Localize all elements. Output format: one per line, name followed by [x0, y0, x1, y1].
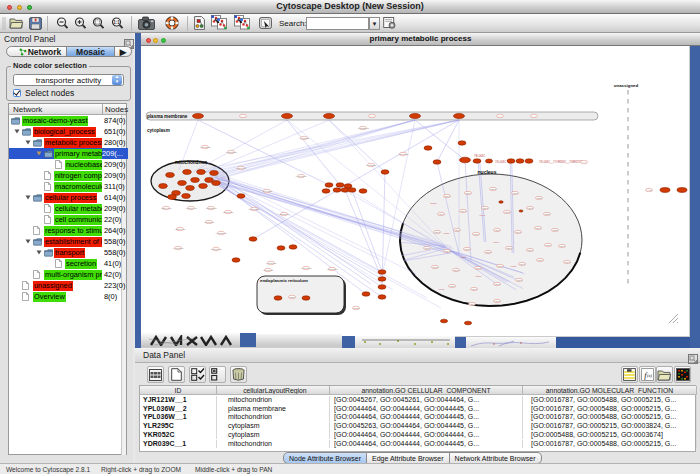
- svg-text:cytoplasm: cytoplasm: [147, 128, 170, 133]
- svg-text:YBL099W: YBL099W: [174, 228, 186, 231]
- svg-text:YJL166W: YJL166W: [204, 221, 215, 224]
- svg-text:YDL1: YDL1: [494, 300, 501, 303]
- svg-text:[...]: [...]: [370, 115, 374, 118]
- svg-text:YDL1: YDL1: [544, 213, 551, 216]
- svg-text:YDL1: YDL1: [444, 195, 451, 198]
- svg-text:YDL1: YDL1: [512, 192, 519, 195]
- svg-text:YDL1: YDL1: [536, 197, 543, 200]
- svg-text:YDL067C: YDL067C: [263, 269, 274, 272]
- svg-text:YLR038C: YLR038C: [173, 247, 184, 250]
- svg-text:(x): (x): [647, 373, 652, 378]
- svg-text:YDL1: YDL1: [515, 231, 522, 234]
- svg-text:YKL141W: YKL141W: [300, 267, 312, 270]
- svg-text:YDL1: YDL1: [506, 247, 513, 250]
- svg-text:YBL045C: YBL045C: [161, 207, 172, 210]
- svg-text:[...]: [...]: [498, 115, 502, 118]
- svg-text:YGR174C: YGR174C: [185, 207, 197, 210]
- svg-text:YDR5: YDR5: [353, 307, 360, 310]
- svg-text:YGR008C: YGR008C: [225, 151, 237, 154]
- svg-text:YGR183C: YGR183C: [215, 232, 227, 235]
- svg-text:YGR0: YGR0: [443, 232, 450, 235]
- svg-text:YDL1: YDL1: [471, 288, 478, 291]
- svg-text:YDL1: YDL1: [434, 231, 441, 234]
- svg-text:YDL1: YDL1: [504, 211, 511, 214]
- svg-text:YBR0: YBR0: [289, 296, 296, 299]
- svg-text:YBR1: YBR1: [460, 256, 467, 259]
- svg-text:YDL1: YDL1: [460, 210, 467, 213]
- svg-text:YDL1: YDL1: [469, 303, 476, 306]
- svg-text:YDL1: YDL1: [424, 247, 431, 250]
- svg-text:[...]: [...]: [532, 115, 536, 118]
- svg-text:YDL1: YDL1: [453, 269, 460, 272]
- svg-text:YML030W: YML030W: [295, 175, 307, 178]
- svg-text:YDL1: YDL1: [438, 213, 445, 216]
- svg-text:YDL1: YDL1: [552, 229, 559, 232]
- svg-text:YDL1: YDL1: [527, 249, 534, 252]
- svg-text:YDL1: YDL1: [465, 192, 472, 195]
- svg-text:endoplasmic reticulum: endoplasmic reticulum: [260, 278, 308, 283]
- svg-text:YHL038C: YHL038C: [299, 137, 310, 140]
- svg-text:YML081C: YML081C: [199, 146, 210, 149]
- svg-text:YDL1: YDL1: [490, 188, 497, 191]
- svg-text:YDR2: YDR2: [430, 202, 437, 205]
- svg-text:YDL1: YDL1: [454, 229, 461, 232]
- svg-text:YPR191W: YPR191W: [222, 211, 234, 214]
- svg-text:[...]: [...]: [241, 115, 245, 118]
- svg-text:YDL1: YDL1: [527, 207, 534, 210]
- svg-text:YDL1: YDL1: [494, 229, 501, 232]
- svg-text:YOR065W: YOR065W: [248, 208, 261, 211]
- svg-text:YDL1: YDL1: [497, 265, 504, 268]
- svg-text:YDL1: YDL1: [559, 245, 566, 248]
- svg-text:YDL1: YDL1: [473, 233, 480, 236]
- svg-text:YEL008C: YEL008C: [474, 154, 485, 158]
- svg-text:unassigned: unassigned: [614, 83, 639, 88]
- svg-text:YDL1: YDL1: [485, 251, 492, 254]
- svg-text:YPL2: YPL2: [438, 288, 445, 291]
- svg-text:YDL1: YDL1: [535, 227, 542, 230]
- svg-text:YKL087C: YKL087C: [262, 190, 273, 193]
- svg-text:YDL1: YDL1: [519, 263, 526, 266]
- svg-text:YKL008C: YKL008C: [495, 160, 506, 164]
- svg-text:YDR529C: YDR529C: [205, 207, 216, 210]
- svg-text:YEL024W: YEL024W: [278, 213, 290, 216]
- svg-text:YDL1: YDL1: [464, 248, 471, 251]
- svg-text:mitochondrion: mitochondrion: [175, 160, 207, 165]
- svg-text:YPR009W: YPR009W: [210, 248, 222, 251]
- svg-text:[...]: [...]: [582, 161, 586, 164]
- svg-text:YOL0: YOL0: [475, 275, 482, 278]
- svg-text:YLR395C: YLR395C: [266, 262, 277, 265]
- svg-text:nucleus: nucleus: [478, 169, 497, 175]
- svg-text:1:1: 1:1: [113, 20, 120, 25]
- svg-text:YDL1: YDL1: [537, 259, 544, 262]
- svg-text:YDL1: YDL1: [564, 261, 571, 264]
- svg-text:YDL0: YDL0: [493, 241, 500, 244]
- svg-text:YPL271W: YPL271W: [326, 268, 338, 271]
- svg-text:YGL187C: YGL187C: [398, 153, 409, 156]
- svg-text:YDL1: YDL1: [494, 283, 501, 286]
- svg-text:YDL1: YDL1: [449, 285, 456, 288]
- svg-text:YJR048W: YJR048W: [235, 167, 247, 170]
- svg-text:YMR256C: YMR256C: [357, 127, 369, 130]
- svg-text:YAR0: YAR0: [646, 189, 653, 192]
- svg-text:YDL1: YDL1: [432, 266, 439, 269]
- svg-text:YKL1: YKL1: [479, 214, 486, 217]
- svg-text:plasma membrane: plasma membrane: [147, 114, 188, 119]
- svg-text:YDL1: YDL1: [545, 244, 552, 247]
- svg-text:YKL008C__1YOR383C__1YBR372W: YKL008C__1YOR383C__1YBR372W: [539, 160, 583, 164]
- svg-text:YLR295C: YLR295C: [366, 164, 377, 167]
- svg-text:YDL1: YDL1: [444, 250, 451, 253]
- svg-text:YDL1: YDL1: [475, 267, 482, 270]
- svg-text:YLR3: YLR3: [510, 265, 517, 268]
- svg-text:YDL1: YDL1: [516, 279, 523, 282]
- svg-text:YDL1: YDL1: [482, 207, 489, 210]
